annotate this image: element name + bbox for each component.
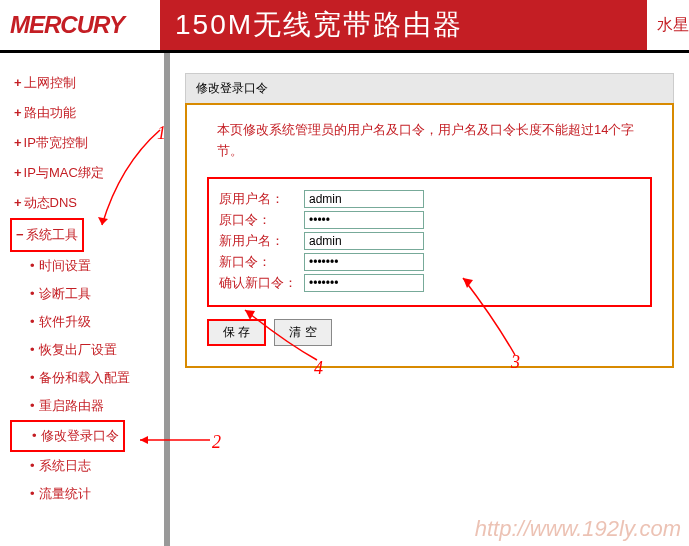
sidebar-sub-syslog[interactable]: 系统日志	[10, 452, 154, 480]
form-highlight-box: 原用户名： 原口令： 新用户名： 新口令： 确认新口令：	[207, 177, 652, 307]
sidebar-sub-traffic[interactable]: 流量统计	[10, 480, 154, 508]
new-password-label: 新口令：	[219, 253, 304, 271]
sidebar-item-system-tools[interactable]: −系统工具	[12, 220, 82, 250]
save-button[interactable]: 保 存	[207, 319, 266, 346]
instruction-text: 本页修改系统管理员的用户名及口令，用户名及口令长度不能超过14个字节。	[207, 120, 652, 162]
sidebar-sub-time[interactable]: 时间设置	[10, 252, 154, 280]
main-content: 修改登录口令 本页修改系统管理员的用户名及口令，用户名及口令长度不能超过14个字…	[170, 53, 689, 546]
sidebar-sub-upgrade[interactable]: 软件升级	[10, 308, 154, 336]
sidebar-sub-factory[interactable]: 恢复出厂设置	[10, 336, 154, 364]
sidebar-sub-password[interactable]: 修改登录口令	[12, 422, 123, 450]
logo: MERCURY	[0, 11, 160, 39]
sidebar-item-bandwidth[interactable]: +IP带宽控制	[10, 128, 154, 158]
confirm-password-label: 确认新口令：	[219, 274, 304, 292]
confirm-password-input[interactable]	[304, 274, 424, 292]
clear-button[interactable]: 清 空	[274, 319, 331, 346]
brand-subtitle: 水星	[657, 15, 689, 36]
old-username-label: 原用户名：	[219, 190, 304, 208]
sidebar-item-routing[interactable]: +路由功能	[10, 98, 154, 128]
new-username-input[interactable]	[304, 232, 424, 250]
banner-title: 150M无线宽带路由器	[175, 6, 463, 44]
old-username-input[interactable]	[304, 190, 424, 208]
sidebar-item-parental[interactable]: +上网控制	[10, 68, 154, 98]
old-password-label: 原口令：	[219, 211, 304, 229]
panel-title: 修改登录口令	[185, 73, 674, 103]
sidebar-item-ddns[interactable]: +动态DNS	[10, 188, 154, 218]
panel: 本页修改系统管理员的用户名及口令，用户名及口令长度不能超过14个字节。 原用户名…	[185, 103, 674, 368]
header: MERCURY 150M无线宽带路由器 水星	[0, 0, 689, 50]
sidebar-sub-reboot[interactable]: 重启路由器	[10, 392, 154, 420]
sidebar: +上网控制 +路由功能 +IP带宽控制 +IP与MAC绑定 +动态DNS −系统…	[0, 53, 170, 546]
old-password-input[interactable]	[304, 211, 424, 229]
sidebar-item-ipmac[interactable]: +IP与MAC绑定	[10, 158, 154, 188]
sidebar-sub-diagnostic[interactable]: 诊断工具	[10, 280, 154, 308]
new-username-label: 新用户名：	[219, 232, 304, 250]
sidebar-sub-backup[interactable]: 备份和载入配置	[10, 364, 154, 392]
page-banner: 150M无线宽带路由器	[160, 0, 647, 50]
new-password-input[interactable]	[304, 253, 424, 271]
